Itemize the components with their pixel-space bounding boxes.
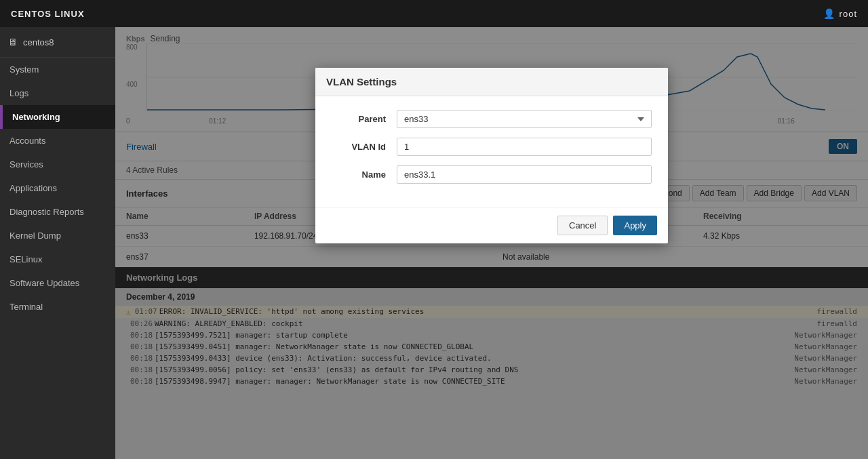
sidebar: 🖥 centos8 System Logs Networking Account… xyxy=(0,27,115,459)
user-icon: 👤 xyxy=(823,8,835,19)
modal-title: VLAN Settings xyxy=(315,68,668,96)
vlan-settings-modal: VLAN Settings Parent ens33 ens37 VLAN Id xyxy=(315,68,668,243)
modal-body: Parent ens33 ens37 VLAN Id Name xyxy=(315,96,668,207)
modal-footer: Cancel Apply xyxy=(315,207,668,243)
sidebar-item-selinux[interactable]: SELinux xyxy=(0,247,115,271)
sidebar-item-networking[interactable]: Networking xyxy=(0,105,115,129)
terminal-icon: 🖥 xyxy=(8,37,18,47)
parent-select[interactable]: ens33 ens37 xyxy=(397,110,652,128)
sidebar-item-services[interactable]: Services xyxy=(0,153,115,176)
sidebar-item-kerneldump[interactable]: Kernel Dump xyxy=(0,224,115,247)
sidebar-item-logs[interactable]: Logs xyxy=(0,81,115,105)
sidebar-app-name: centos8 xyxy=(23,37,54,47)
sidebar-item-accounts[interactable]: Accounts xyxy=(0,129,115,153)
sidebar-item-softwareupdates[interactable]: Software Updates xyxy=(0,271,115,295)
cancel-button[interactable]: Cancel xyxy=(557,216,608,235)
sidebar-item-applications[interactable]: Applications xyxy=(0,176,115,200)
sidebar-item-diagnostic[interactable]: Diagnostic Reports xyxy=(0,200,115,224)
user-info: 👤 root xyxy=(823,8,857,19)
topbar: CENTOS LINUX 👤 root xyxy=(0,0,868,27)
apply-button[interactable]: Apply xyxy=(613,216,657,235)
modal-overlay: VLAN Settings Parent ens33 ens37 VLAN Id xyxy=(115,27,868,459)
name-input[interactable] xyxy=(397,165,652,184)
main-content: Kbps Sending 800 400 0 xyxy=(115,27,868,459)
parent-row: Parent ens33 ens37 xyxy=(332,110,652,128)
vlan-id-row: VLAN Id xyxy=(332,138,652,156)
sidebar-app: 🖥 centos8 xyxy=(0,27,115,58)
vlan-id-input[interactable] xyxy=(397,138,652,156)
app-title: CENTOS LINUX xyxy=(11,9,85,19)
name-row: Name xyxy=(332,165,652,184)
name-label: Name xyxy=(332,169,386,180)
parent-label: Parent xyxy=(332,114,386,124)
vlan-id-label: VLAN Id xyxy=(332,142,386,152)
username: root xyxy=(840,9,857,19)
sidebar-item-system[interactable]: System xyxy=(0,58,115,81)
sidebar-item-terminal[interactable]: Terminal xyxy=(0,295,115,319)
